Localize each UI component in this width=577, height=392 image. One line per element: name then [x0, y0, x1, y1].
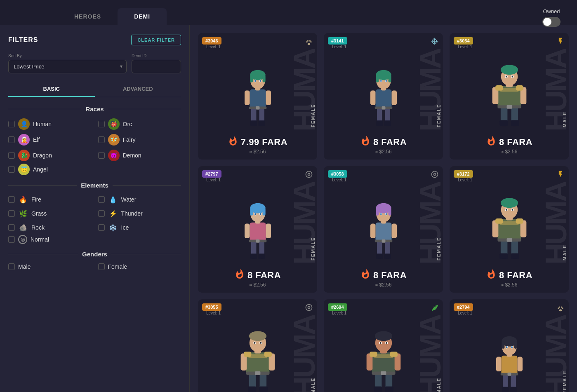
- owned-toggle-switch[interactable]: [542, 17, 561, 27]
- hero-card[interactable]: #2794 Level: 1 HUMAN FEMALE: [450, 299, 569, 392]
- divider-line-right: [108, 109, 181, 109]
- hero-card[interactable]: #2797 Level: 1 HUMAN FEMALE: [198, 166, 317, 293]
- card-gender-label: FEMALE: [562, 315, 567, 392]
- card-header: #3058 Level: 1: [324, 166, 443, 182]
- race-demon-label: Demon: [123, 152, 141, 159]
- tab-demi[interactable]: DEMI: [118, 8, 167, 25]
- gender-female-label: Female: [108, 263, 127, 270]
- toggle-knob: [543, 18, 551, 26]
- element-grass[interactable]: 🌿 Grass: [8, 209, 92, 218]
- element-thunder[interactable]: ⚡ Thunder: [98, 209, 181, 218]
- race-human[interactable]: 👤 Human: [8, 118, 92, 130]
- price-row: 8 FARA: [360, 269, 407, 282]
- svg-rect-2: [250, 120, 257, 126]
- divider-line-g-left: [8, 254, 78, 254]
- race-orc-icon: 👹: [108, 118, 120, 130]
- clear-filter-button[interactable]: CLEAR FILTER: [131, 35, 181, 45]
- svg-rect-35: [382, 106, 385, 110]
- svg-point-13: [254, 80, 256, 82]
- element-normal-checkbox[interactable]: [8, 236, 15, 243]
- hero-figure: [492, 195, 527, 265]
- svg-point-50: [505, 75, 507, 77]
- element-fire[interactable]: 🔥 Fire: [8, 195, 92, 204]
- price-row: 8 FARA: [486, 136, 532, 149]
- tab-basic[interactable]: BASIC: [8, 82, 95, 97]
- race-angel-checkbox[interactable]: [8, 166, 15, 173]
- race-dragon[interactable]: 🐉 Dragon: [8, 150, 92, 161]
- element-grass-checkbox[interactable]: [8, 210, 15, 217]
- price-value: 8 FARA: [247, 270, 281, 281]
- element-rock[interactable]: 🪨 Rock: [8, 223, 92, 232]
- tab-heroes[interactable]: HEROES: [58, 8, 118, 25]
- race-angel[interactable]: 😇 Angel: [8, 164, 181, 175]
- element-ice-checkbox[interactable]: [98, 224, 105, 231]
- price-usd: ≈ $2.56: [375, 149, 392, 155]
- card-price: 8 FARA ≈ $2.56: [324, 265, 443, 293]
- race-fairy-checkbox[interactable]: [98, 136, 105, 143]
- svg-rect-134: [255, 371, 260, 375]
- price-value: 8 FARA: [373, 270, 407, 281]
- race-human-checkbox[interactable]: [8, 121, 15, 127]
- gender-male[interactable]: Male: [8, 263, 92, 270]
- svg-point-111: [511, 209, 513, 211]
- hero-card[interactable]: #3141 Level: 1 HUMAN FEMALE: [324, 33, 443, 160]
- svg-rect-20: [376, 120, 383, 126]
- svg-rect-6: [266, 90, 271, 105]
- card-price: 8 FARA ≈ $2.56: [198, 265, 317, 293]
- race-elf-checkbox[interactable]: [8, 136, 15, 143]
- element-ice[interactable]: ❄️ Ice: [98, 223, 181, 232]
- svg-rect-11: [262, 75, 265, 82]
- card-gender-label: FEMALE: [311, 49, 316, 131]
- svg-rect-119: [259, 386, 267, 392]
- svg-rect-5: [245, 90, 250, 105]
- race-demon-checkbox[interactable]: [98, 152, 105, 159]
- main-layout: FILTERS CLEAR FILTER Sort By Lowest Pric…: [0, 25, 577, 392]
- hero-card[interactable]: #3055 Level: 1 HUMAN MALE: [198, 299, 317, 392]
- grass-element-icon: 🌿: [18, 209, 28, 218]
- race-elf[interactable]: 🧝 Elf: [8, 134, 92, 146]
- ice-element-icon: ❄️: [108, 223, 118, 232]
- hero-card[interactable]: #3172 Level: 1 HUMAN MALE: [450, 166, 569, 293]
- tab-advanced[interactable]: ADVANCED: [95, 82, 181, 97]
- sort-by-select[interactable]: Lowest Price Highest Price Newest: [8, 60, 127, 73]
- card-level: Level: 1: [202, 311, 221, 315]
- element-thunder-checkbox[interactable]: [98, 210, 105, 217]
- race-dragon-label: Dragon: [33, 152, 52, 159]
- race-orc[interactable]: 👹 Orc: [98, 118, 181, 130]
- gender-male-checkbox[interactable]: [8, 263, 15, 270]
- element-normal[interactable]: ◎ Normal: [8, 235, 181, 244]
- race-demon[interactable]: 😈 Demon: [98, 150, 181, 161]
- element-water[interactable]: 💧 Water: [98, 195, 181, 204]
- hero-card[interactable]: #3046 Level: 1 HUMAN FEMALE: [198, 33, 317, 160]
- card-header: #3141 Level: 1: [324, 33, 443, 49]
- element-rock-checkbox[interactable]: [8, 224, 15, 231]
- genders-grid: Male Female: [8, 263, 181, 270]
- svg-rect-80: [384, 254, 391, 259]
- elements-label: Elements: [81, 182, 108, 189]
- hero-card[interactable]: #3054 Level: 1 HUMAN MALE: [450, 33, 569, 160]
- card-gender-label: FEMALE: [436, 49, 441, 131]
- hero-card[interactable]: #3058 Level: 1 HUMAN FEMALE: [324, 166, 443, 293]
- filters-header: FILTERS CLEAR FILTER: [8, 35, 181, 45]
- svg-rect-165: [514, 341, 517, 349]
- svg-point-132: [260, 342, 261, 344]
- svg-rect-160: [517, 357, 522, 371]
- svg-point-31: [380, 80, 382, 82]
- race-dragon-checkbox[interactable]: [8, 152, 15, 159]
- race-orc-checkbox[interactable]: [98, 121, 105, 127]
- demi-id-input[interactable]: [132, 60, 181, 73]
- card-header: #2797 Level: 1: [198, 166, 317, 182]
- gender-female[interactable]: Female: [98, 263, 181, 270]
- svg-rect-54: [506, 105, 512, 109]
- card-image-area: HUMAN MALE: [450, 49, 569, 131]
- hero-card[interactable]: #2694 Level: 1 HUMAN MALE: [324, 299, 443, 392]
- water-element-icon: 💧: [108, 195, 118, 204]
- element-fire-checkbox[interactable]: [8, 196, 15, 203]
- hero-figure: [241, 66, 274, 131]
- gender-female-checkbox[interactable]: [98, 263, 105, 270]
- element-water-checkbox[interactable]: [98, 196, 105, 203]
- svg-rect-144: [390, 352, 397, 357]
- svg-rect-171: [507, 373, 511, 376]
- race-fairy[interactable]: 🧚 Fairy: [98, 134, 181, 146]
- card-gender-label: MALE: [311, 315, 316, 392]
